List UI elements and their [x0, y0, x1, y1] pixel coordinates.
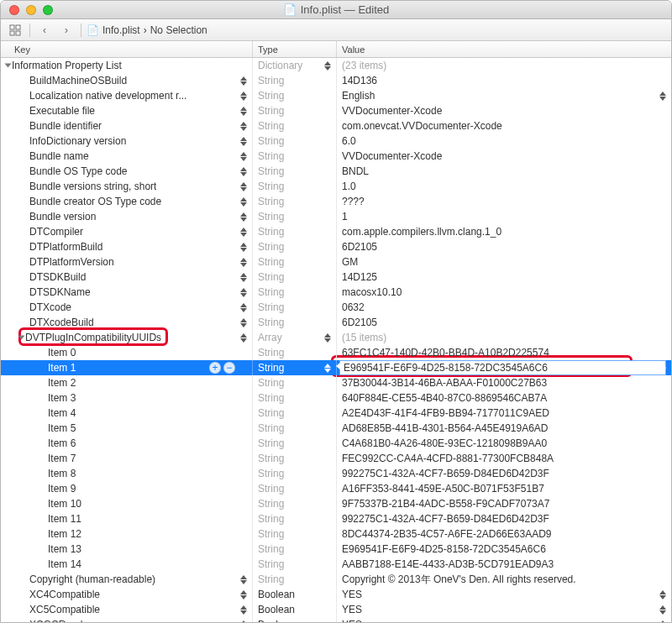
stepper-icon[interactable] [240, 75, 249, 86]
root-row[interactable]: Information Property ListDictionary(23 i… [1, 58, 671, 73]
stepper-icon[interactable] [240, 241, 249, 253]
plist-row[interactable]: DTXcodeBuildString6D2105 [1, 315, 671, 330]
back-button[interactable]: ‹ [35, 22, 54, 39]
forward-button[interactable]: › [57, 22, 76, 39]
plist-row[interactable]: Bundle OS Type codeStringBNDL [1, 164, 671, 179]
plist-row[interactable]: Bundle versionString1 [1, 209, 671, 224]
stepper-icon[interactable] [240, 619, 249, 622]
stepper-icon[interactable] [240, 165, 249, 177]
value-cell[interactable]: C4A681B0-4A26-480E-93EC-1218098B9AA0 [337, 436, 671, 451]
stepper-icon[interactable] [240, 181, 249, 192]
plist-row[interactable]: DTCompilerStringcom.apple.compilers.llvm… [1, 224, 671, 239]
minimize-window-button[interactable] [26, 5, 36, 15]
plist-row[interactable]: BuildMachineOSBuildString14D136 [1, 73, 671, 88]
plist-row[interactable]: Bundle nameStringVVDocumenter-Xcode [1, 149, 671, 164]
value-cell[interactable]: 9F75337B-21B4-4ADC-B558-F9CADF7073A7 [337, 496, 671, 511]
value-edit-field[interactable]: E969541F-E6F9-4D25-8158-72DC3545A6C6 [339, 360, 666, 375]
uuid-item[interactable]: Item 9StringA16FF353-8441-459E-A50C-B071… [1, 481, 671, 496]
stepper-icon[interactable] [240, 211, 249, 222]
stepper-icon[interactable] [659, 604, 669, 615]
value-cell[interactable]: 640F884E-CE55-4B40-87C0-8869546CAB7A [337, 390, 671, 406]
uuid-item[interactable]: Item 4StringA2E4D43F-41F4-4FB9-BB94-7177… [1, 406, 671, 421]
column-header-type[interactable]: Type [253, 41, 337, 57]
close-window-button[interactable] [9, 5, 19, 15]
stepper-icon[interactable] [240, 573, 249, 585]
uuid-item-selected[interactable]: Item 1+−StringE969541F-E6F9-4D25-8158-72… [1, 360, 671, 375]
value-cell[interactable]: 8DC44374-2B35-4C57-A6FE-2AD66E63AAD9 [337, 526, 671, 542]
plist-row[interactable]: XCGCReadyBooleanYES [1, 617, 671, 622]
plist-row[interactable]: DTXcodeString0632 [1, 300, 671, 315]
uuid-item[interactable]: Item 10String9F75337B-21B4-4ADC-B558-F9C… [1, 496, 671, 511]
value-cell[interactable]: 992275C1-432A-4CF7-B659-D84ED6D42D3F [337, 511, 671, 526]
disclosure-triangle-icon[interactable] [18, 336, 25, 340]
stepper-icon[interactable] [240, 256, 249, 268]
plist-row[interactable]: DTSDKNameStringmacosx10.10 [1, 285, 671, 300]
plist-row[interactable]: DTPlatformBuildString6D2105 [1, 239, 671, 254]
stepper-icon[interactable] [659, 589, 669, 600]
value-cell[interactable]: AABB7188-E14E-4433-AD3B-5CD791EAD9A3 [337, 557, 671, 572]
plist-row[interactable]: Copyright (human-readable)StringCopyrigh… [1, 572, 671, 587]
stepper-icon[interactable] [240, 332, 249, 343]
plist-row[interactable]: Localization native development r...Stri… [1, 88, 671, 103]
plist-row[interactable]: DTSDKBuildString14D125 [1, 270, 671, 285]
stepper-icon[interactable] [240, 135, 249, 147]
uuid-item[interactable]: Item 2String37B30044-3B14-46BA-ABAA-F010… [1, 375, 671, 390]
stepper-icon[interactable] [324, 60, 333, 71]
stepper-icon[interactable] [240, 120, 249, 132]
uuid-item[interactable]: Item 12String8DC44374-2B35-4C57-A6FE-2AD… [1, 526, 671, 542]
remove-row-button[interactable]: − [223, 362, 235, 374]
uuid-item[interactable]: Item 8String992275C1-432A-4CF7-B659-D84E… [1, 466, 671, 481]
value-cell[interactable]: AD68E85B-441B-4301-B564-A45E4919A6AD [337, 421, 671, 436]
uuid-item[interactable]: Item 14StringAABB7188-E14E-4433-AD3B-5CD… [1, 557, 671, 572]
stepper-icon[interactable] [324, 362, 333, 374]
column-header-key[interactable]: Key [1, 41, 253, 57]
uuid-item[interactable]: Item 11String992275C1-432A-4CF7-B659-D84… [1, 511, 671, 526]
plist-row[interactable]: DTPlatformVersionStringGM [1, 254, 671, 270]
value-cell[interactable]: A2E4D43F-41F4-4FB9-BB94-7177011C9AED [337, 406, 671, 421]
stepper-icon[interactable] [240, 271, 249, 283]
stepper-icon[interactable] [240, 90, 249, 102]
breadcrumb[interactable]: 📄 Info.plist › No Selection [87, 24, 207, 36]
value-cell[interactable]: FEC992CC-CA4A-4CFD-8881-77300FCB848A [337, 451, 671, 466]
stepper-icon[interactable] [240, 301, 249, 313]
column-header-value[interactable]: Value [337, 41, 671, 57]
value-cell[interactable]: 63FC1C47-140D-42B0-BB4D-A10B2D225574 [337, 345, 671, 360]
plist-row[interactable]: Bundle identifierStringcom.onevcat.VVDoc… [1, 118, 671, 134]
related-items-button[interactable] [6, 22, 24, 39]
stepper-icon[interactable] [659, 619, 669, 622]
plist-row[interactable]: Executable fileStringVVDocumenter-Xcode [1, 103, 671, 118]
plist-row[interactable]: Bundle creator OS Type codeString???? [1, 194, 671, 209]
stepper-icon[interactable] [240, 589, 249, 600]
plist-row[interactable]: Bundle versions string, shortString1.0 [1, 179, 671, 194]
uuid-item[interactable]: Item 5StringAD68E85B-441B-4301-B564-A45E… [1, 421, 671, 436]
value-cell[interactable]: E969541F-E6F9-4D25-8158-72DC3545A6C6 [337, 542, 671, 557]
zoom-window-button[interactable] [43, 5, 53, 15]
stepper-icon[interactable] [240, 226, 249, 238]
stepper-icon[interactable] [659, 90, 669, 102]
stepper-icon[interactable] [324, 332, 333, 343]
value-cell[interactable]: 37B30044-3B14-46BA-ABAA-F01000C27B63 [337, 375, 671, 390]
disclosure-triangle-icon[interactable] [5, 64, 12, 68]
breadcrumb-selection: No Selection [150, 24, 207, 36]
add-row-button[interactable]: + [209, 362, 221, 374]
uuid-item[interactable]: Item 13StringE969541F-E6F9-4D25-8158-72D… [1, 542, 671, 557]
uuid-item[interactable]: Item 7StringFEC992CC-CA4A-4CFD-8881-7730… [1, 451, 671, 466]
stepper-icon[interactable] [240, 317, 249, 328]
stepper-icon[interactable] [240, 150, 249, 162]
stepper-icon[interactable] [240, 196, 249, 207]
plist-table[interactable]: Information Property ListDictionary(23 i… [1, 58, 671, 622]
stepper-icon[interactable] [240, 105, 249, 117]
value-cell[interactable]: A16FF353-8441-459E-A50C-B071F53F51B7 [337, 481, 671, 496]
plist-row[interactable]: InfoDictionary versionString6.0 [1, 134, 671, 149]
stepper-icon[interactable] [240, 286, 249, 298]
value-cell[interactable]: 992275C1-432A-4CF7-B659-D84ED6D42D3F [337, 466, 671, 481]
uuids-array-row[interactable]: DVTPlugInCompatibilityUUIDsArray(15 item… [1, 330, 671, 345]
stepper-icon[interactable] [240, 604, 249, 615]
plist-row[interactable]: XC5CompatibleBooleanYES [1, 602, 671, 617]
uuid-item[interactable]: Item 3String640F884E-CE55-4B40-87C0-8869… [1, 390, 671, 406]
plist-row[interactable]: XC4CompatibleBooleanYES [1, 587, 671, 602]
value-cell[interactable]: E969541F-E6F9-4D25-8158-72DC3545A6C6 [337, 360, 671, 375]
uuid-item[interactable]: Item 0String63FC1C47-140D-42B0-BB4D-A10B… [1, 345, 671, 360]
uuid-item[interactable]: Item 6StringC4A681B0-4A26-480E-93EC-1218… [1, 436, 671, 451]
stepper-icon[interactable] [659, 362, 669, 374]
